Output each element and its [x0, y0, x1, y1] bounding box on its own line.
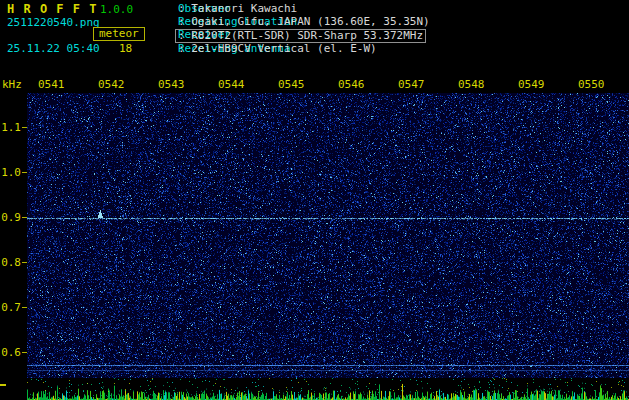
hrofft-window: H R O F F T 1.0.0 2511220540.png meteor …	[0, 0, 629, 400]
time-label-0545: 0545	[278, 79, 305, 91]
time-label-0548: 0548	[458, 79, 485, 91]
freq-label-0p9: 0.9	[0, 212, 21, 224]
meter-scale-tick	[0, 384, 6, 386]
freq-label-1p0: 1.0	[0, 167, 21, 179]
spectrogram-canvas	[27, 93, 629, 378]
signal-meter-canvas	[27, 378, 629, 400]
freq-unit-label: kHz	[2, 79, 22, 91]
echo-count: 18	[119, 43, 132, 55]
freq-label-0p8: 0.8	[0, 257, 21, 269]
info-value-receiver: : R820T2(RTL-SDR) SDR-Sharp 53.372MHz	[175, 29, 426, 43]
time-label-0550: 0550	[578, 79, 605, 91]
time-label-0549: 0549	[518, 79, 545, 91]
info-value-antenna: : 2el-HB9CV Vertical (el. E-W)	[178, 43, 377, 55]
time-label-0546: 0546	[338, 79, 365, 91]
freq-label-1p1: 1.1	[0, 122, 21, 134]
app-title: H R O F F T	[7, 3, 97, 15]
info-value-location: : Ogaki, Gifu, JAPAN (136.60E, 35.35N)	[178, 16, 430, 28]
capture-filename: 2511220540.png	[7, 17, 100, 29]
time-label-0541: 0541	[38, 79, 65, 91]
app-version: 1.0.0	[100, 4, 133, 16]
mode-badge: meteor	[93, 27, 145, 41]
capture-datetime: 25.11.22 05:40	[7, 43, 100, 55]
freq-label-0p6: 0.6	[0, 347, 21, 359]
time-label-0542: 0542	[98, 79, 125, 91]
freq-label-0p7: 0.7	[0, 302, 21, 314]
time-label-0547: 0547	[398, 79, 425, 91]
time-label-0544: 0544	[218, 79, 245, 91]
time-label-0543: 0543	[158, 79, 185, 91]
info-value-observer: : Takanori Kawachi	[178, 3, 297, 15]
